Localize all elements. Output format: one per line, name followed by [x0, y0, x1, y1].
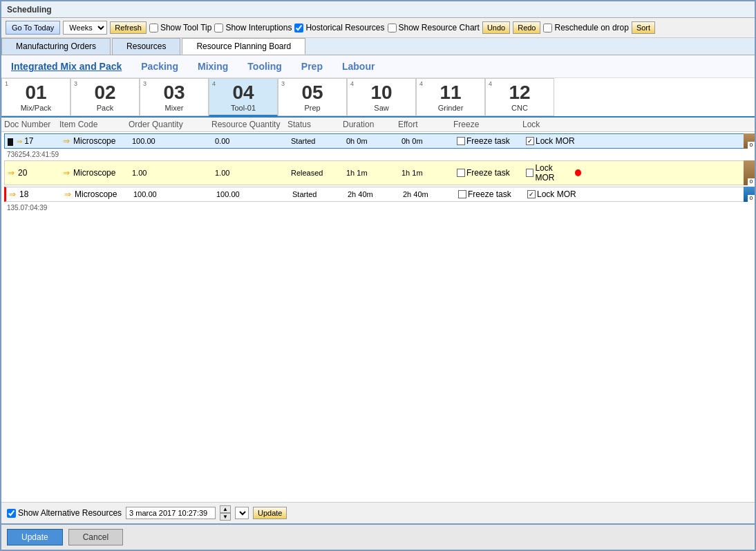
spin-buttons: ▲ ▼ — [220, 505, 231, 521]
window-title: Scheduling — [7, 5, 52, 15]
row2-effort: 1h 1m — [401, 169, 457, 177]
row3-sidebar: 0 — [744, 187, 755, 202]
row3-arrow-icon: ⇒ — [9, 189, 16, 199]
resource-card-01[interactable]: 1 01 Mix/Pack — [1, 78, 70, 116]
row3-item-arrow-icon: ⇒ — [64, 189, 71, 199]
show-tool-tip-checkbox[interactable]: Show Tool Tip — [149, 23, 212, 32]
row2-duration: 1h 1m — [346, 169, 401, 177]
red-dot-icon — [575, 169, 581, 176]
res-tab-labour[interactable]: Labour — [339, 59, 377, 73]
row2-status: Released — [291, 169, 346, 177]
update-button[interactable]: Update — [7, 529, 63, 545]
row3-indicator: 0 — [748, 195, 755, 202]
bottom-update-button[interactable]: Update — [253, 507, 287, 519]
col-doc-number: Doc Number — [4, 120, 59, 129]
row3-lock: ✓ Lock MOR — [527, 189, 583, 199]
row1-indicator: 0 — [748, 142, 755, 149]
period-dropdown[interactable]: Weeks — [63, 21, 107, 35]
go-to-today-button[interactable]: Go To Today — [6, 21, 60, 35]
main-tabs: Manufacturing Orders Resources Resource … — [1, 38, 755, 55]
row1-note: 736254.23:41:59 — [1, 150, 755, 159]
historical-resources-checkbox[interactable]: Hostorical Resources — [294, 23, 384, 32]
bottom-bar: Show Alternative Resources ▲ ▼ Update — [1, 502, 755, 523]
show-alt-resources-checkbox[interactable]: Show Alternative Resources — [7, 508, 122, 518]
resource-cards: 1 01 Mix/Pack 3 02 Pack 3 03 Mixer 4 04 … — [1, 78, 755, 118]
tab-manufacturing-orders[interactable]: Manufacturing Orders — [1, 38, 111, 55]
row2-freeze-checkbox[interactable] — [457, 169, 465, 177]
row2-arrow-icon: ⇒ — [8, 168, 15, 178]
resource-card-10[interactable]: 4 10 Saw — [347, 78, 416, 116]
row1-effort: 0h 0m — [401, 137, 457, 145]
row2-lock-checkbox[interactable] — [526, 169, 533, 177]
row3-effort: 2h 40m — [403, 190, 458, 198]
res-tab-prep[interactable]: Prep — [299, 59, 325, 73]
row-wrapper-1: ⇒ 17 ⇒ Microscope 100.00 0.00 Started 0h… — [1, 133, 755, 149]
row3-freeze: Freeze task — [458, 189, 527, 199]
row2-order-qty: 1.00 — [132, 169, 215, 177]
row2-item-arrow-icon: ⇒ — [63, 168, 70, 178]
resource-card-04[interactable]: 4 04 Tool-01 — [209, 78, 278, 116]
datetime-input[interactable] — [126, 507, 216, 519]
toolbar: Go To Today Weeks Refresh Show Tool Tip … — [1, 18, 755, 38]
table-row[interactable]: ⇒ 20 ⇒ Microscope 1.00 1.00 Released 1h … — [4, 160, 752, 185]
arrow-icon: ⇒ — [17, 138, 22, 145]
flag-icon — [8, 138, 13, 146]
reschedule-on-drop-checkbox[interactable]: Reschedule on drop — [543, 23, 628, 32]
redo-button[interactable]: Redo — [513, 21, 540, 34]
row1-order-qty: 100.00 — [132, 137, 215, 145]
row2-item: ⇒ Microscope — [63, 168, 132, 178]
resource-card-03[interactable]: 3 03 Mixer — [140, 78, 209, 116]
spin-up-button[interactable]: ▲ — [220, 505, 231, 513]
row1-lock: ✓ Lock MOR — [526, 136, 581, 146]
row1-res-qty: 0.00 — [215, 137, 291, 145]
res-tab-integrated[interactable]: Integrated Mix and Pack — [8, 59, 124, 73]
resource-card-02[interactable]: 3 02 Pack — [70, 78, 140, 116]
col-freeze: Freeze — [453, 120, 522, 129]
res-tab-tooling[interactable]: Tooling — [245, 59, 285, 73]
res-tab-packing[interactable]: Packing — [138, 59, 181, 73]
row3-order-qty: 100.00 — [133, 190, 216, 198]
col-res-qty: Resource Quantity — [211, 120, 287, 129]
resource-card-12[interactable]: 4 12 CNC — [485, 78, 554, 116]
col-effort: Effort — [398, 120, 453, 129]
row1-duration: 0h 0m — [346, 137, 401, 145]
resource-card-05[interactable]: 3 05 Prep — [278, 78, 347, 116]
table-row[interactable]: ⇒ 17 ⇒ Microscope 100.00 0.00 Started 0h… — [4, 133, 752, 149]
row-wrapper-3: ⇒ 18 ⇒ Microscope 100.00 100.00 Started … — [1, 187, 755, 202]
row3-item: ⇒ Microscope — [64, 189, 133, 199]
resource-card-11[interactable]: 4 11 Grinder — [416, 78, 485, 116]
sort-button[interactable]: Sort — [632, 21, 655, 34]
spin-down-button[interactable]: ▼ — [220, 513, 231, 521]
tab-resource-planning-board[interactable]: Resource Planning Board — [182, 38, 305, 55]
col-status: Status — [287, 120, 343, 129]
table-header: Doc Number Item Code Order Quantity Reso… — [1, 118, 755, 132]
row3-status: Started — [292, 190, 348, 198]
title-bar: Scheduling — [1, 1, 755, 18]
cancel-button[interactable]: Cancel — [68, 529, 123, 545]
refresh-button[interactable]: Refresh — [110, 21, 147, 34]
tab-resources[interactable]: Resources — [112, 38, 180, 55]
row3-note: 135.07:04:39 — [1, 203, 755, 212]
show-resource-chart-checkbox[interactable]: Show Resource Chart — [388, 23, 480, 32]
table-row[interactable]: ⇒ 18 ⇒ Microscope 100.00 100.00 Started … — [4, 187, 752, 202]
row2-res-qty: 1.00 — [215, 169, 291, 177]
row3-freeze-checkbox[interactable] — [458, 190, 466, 198]
item-arrow-icon: ⇒ — [63, 136, 70, 146]
row1-status: Started — [291, 137, 346, 145]
row2-lock: Lock MOR — [526, 163, 581, 183]
row3-lock-checkbox[interactable]: ✓ — [527, 190, 536, 198]
main-window: Scheduling Go To Today Weeks Refresh Sho… — [0, 0, 756, 551]
row3-doc: ⇒ 18 — [9, 189, 64, 199]
row2-sidebar: 0 — [744, 160, 755, 185]
row1-freeze-checkbox[interactable] — [457, 137, 465, 145]
col-item-code: Item Code — [59, 120, 129, 129]
row2-doc: ⇒ 20 — [8, 168, 63, 178]
res-tab-mixing[interactable]: Mixing — [195, 59, 231, 73]
table-body: ⇒ 17 ⇒ Microscope 100.00 0.00 Started 0h… — [1, 132, 755, 502]
datetime-format-dropdown[interactable] — [235, 507, 249, 519]
row1-lock-checkbox[interactable]: ✓ — [526, 137, 534, 145]
show-interruptions-checkbox[interactable]: Show Interuptions — [214, 23, 292, 32]
undo-button[interactable]: Undo — [482, 21, 510, 34]
row2-freeze: Freeze task — [457, 168, 526, 178]
footer-bar: Update Cancel — [1, 523, 755, 550]
